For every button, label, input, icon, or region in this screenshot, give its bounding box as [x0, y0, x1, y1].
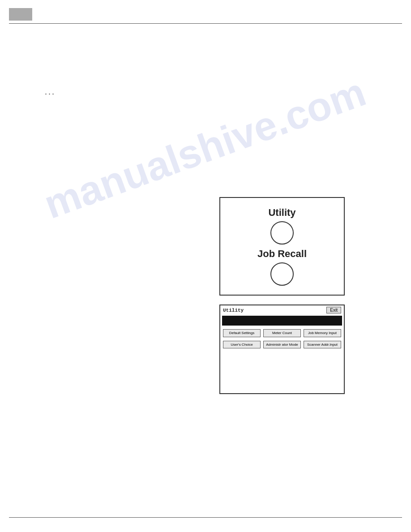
scanner-addr-input-button[interactable]: Scanner Addr.Input: [304, 341, 341, 349]
bottom-line: [9, 517, 402, 518]
job-recall-item: Job Recall: [257, 248, 307, 286]
buttons-row-2: User's Choice Administr ator Mode Scanne…: [220, 338, 344, 350]
default-settings-button[interactable]: Default Settings: [223, 329, 261, 337]
utility-menu-panel: Utility Exit Default Settings Meter Coun…: [219, 305, 345, 394]
top-line: [9, 23, 402, 24]
utility-button-circle[interactable]: [270, 221, 294, 245]
black-bar: [222, 316, 342, 326]
utility-label: Utility: [268, 207, 295, 219]
top-gray-box: [9, 8, 32, 21]
job-recall-button-circle[interactable]: [270, 262, 294, 286]
lower-panel-header: Utility Exit: [220, 305, 344, 315]
top-bar: [0, 8, 411, 21]
users-choice-button[interactable]: User's Choice: [223, 341, 261, 349]
lower-panel-title: Utility: [223, 308, 244, 313]
job-recall-label: Job Recall: [257, 248, 307, 260]
ellipsis-text: ...: [45, 87, 56, 97]
job-memory-input-button[interactable]: Job Memory Input: [304, 329, 341, 337]
exit-button[interactable]: Exit: [326, 307, 341, 313]
administrator-mode-button[interactable]: Administr ator Mode: [263, 341, 301, 349]
utility-job-recall-panel: Utility Job Recall: [219, 197, 345, 296]
utility-item: Utility: [268, 207, 295, 245]
meter-count-button[interactable]: Meter Count: [263, 329, 301, 337]
buttons-row-1: Default Settings Meter Count Job Memory …: [220, 326, 344, 338]
